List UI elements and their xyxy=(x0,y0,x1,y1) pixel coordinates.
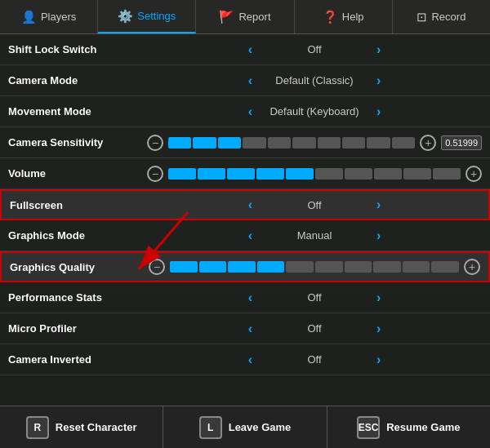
volume-minus-btn[interactable]: − xyxy=(147,166,163,182)
tab-help[interactable]: ❓Help xyxy=(295,0,393,33)
camera-inverted-left-arrow[interactable]: ‹ xyxy=(248,353,252,367)
tab-label-settings: Settings xyxy=(137,10,176,22)
setting-row-movement-mode: Movement Mode‹Default (Keyboard)› xyxy=(0,96,490,127)
record-icon: ⊡ xyxy=(416,10,427,24)
volume-seg-5 xyxy=(315,168,343,180)
camera-mode-value: Default (Classic) xyxy=(257,74,372,86)
setting-row-camera-sensitivity: Camera Sensitivity−+0.51999 xyxy=(0,127,490,158)
graphics-quality-minus-btn[interactable]: − xyxy=(149,259,165,275)
setting-row-shift-lock: Shift Lock Switch‹Off› xyxy=(0,34,490,65)
setting-control-shift-lock: ‹Off› xyxy=(147,42,482,57)
nav-tabs: 👤Players⚙️Settings🚩Report❓Help⊡Record xyxy=(0,0,490,34)
camera-sensitivity-seg-6 xyxy=(318,137,341,149)
setting-label-shift-lock: Shift Lock Switch xyxy=(8,43,147,55)
setting-label-camera-mode: Camera Mode xyxy=(8,74,147,86)
volume-seg-9 xyxy=(433,168,461,180)
shift-lock-left-arrow[interactable]: ‹ xyxy=(248,42,252,57)
camera-sensitivity-seg-7 xyxy=(342,137,365,149)
tab-report[interactable]: 🚩Report xyxy=(196,0,294,33)
volume-seg-1 xyxy=(198,168,225,180)
setting-control-performance-stats: ‹Off› xyxy=(147,291,482,305)
graphics-quality-seg-0 xyxy=(170,261,198,273)
setting-label-movement-mode: Movement Mode xyxy=(8,105,147,118)
graphics-mode-value: Manual xyxy=(257,229,372,242)
bottom-btn-label-resume: Resume Game xyxy=(386,421,460,433)
camera-inverted-right-arrow[interactable]: › xyxy=(376,353,381,367)
setting-control-micro-profiler: ‹Off› xyxy=(147,322,482,336)
setting-control-camera-inverted: ‹Off› xyxy=(147,353,482,367)
key-badge-resume: ESC xyxy=(357,416,380,439)
volume-seg-0 xyxy=(168,168,196,180)
fullscreen-left-arrow[interactable]: ‹ xyxy=(248,197,252,212)
movement-mode-right-arrow[interactable]: › xyxy=(376,104,381,119)
setting-control-volume: −+ xyxy=(147,166,482,182)
camera-sensitivity-seg-1 xyxy=(193,137,216,149)
bottom-btn-resume[interactable]: ESCResume Game xyxy=(327,406,490,448)
graphics-quality-seg-3 xyxy=(257,261,285,273)
setting-label-performance-stats: Performance Stats xyxy=(8,291,147,304)
setting-label-fullscreen: Fullscreen xyxy=(10,199,149,211)
settings-panel: 👤Players⚙️Settings🚩Report❓Help⊡Record Sh… xyxy=(0,0,490,448)
fullscreen-value: Off xyxy=(257,199,372,211)
settings-icon: ⚙️ xyxy=(118,9,133,24)
camera-mode-right-arrow[interactable]: › xyxy=(376,73,381,88)
setting-control-graphics-quality: −+ xyxy=(149,259,480,275)
bottom-btn-leave[interactable]: LLeave Game xyxy=(163,406,327,448)
camera-sensitivity-seg-8 xyxy=(367,137,390,149)
graphics-mode-right-arrow[interactable]: › xyxy=(376,228,381,243)
setting-label-micro-profiler: Micro Profiler xyxy=(8,322,147,335)
camera-sensitivity-slider-segments xyxy=(168,137,415,149)
graphics-quality-slider-segments xyxy=(170,261,459,273)
setting-row-fullscreen: Fullscreen‹Off› xyxy=(0,189,490,220)
setting-row-camera-mode: Camera Mode‹Default (Classic)› xyxy=(0,65,490,96)
setting-label-camera-sensitivity: Camera Sensitivity xyxy=(8,136,147,149)
tab-record[interactable]: ⊡Record xyxy=(393,0,490,33)
camera-sensitivity-seg-3 xyxy=(243,137,265,149)
setting-label-volume: Volume xyxy=(8,167,147,180)
movement-mode-left-arrow[interactable]: ‹ xyxy=(248,104,252,119)
graphics-quality-seg-4 xyxy=(286,261,314,273)
camera-inverted-value: Off xyxy=(257,353,372,366)
bottom-btn-reset[interactable]: RReset Character xyxy=(0,406,163,448)
graphics-quality-plus-btn[interactable]: + xyxy=(464,259,480,275)
setting-control-camera-sensitivity: −+0.51999 xyxy=(147,135,482,151)
graphics-quality-seg-6 xyxy=(345,261,372,273)
volume-seg-3 xyxy=(256,168,284,180)
volume-plus-btn[interactable]: + xyxy=(466,166,482,182)
graphics-quality-seg-8 xyxy=(403,261,430,273)
setting-row-micro-profiler: Micro Profiler‹Off› xyxy=(0,313,490,344)
setting-control-camera-mode: ‹Default (Classic)› xyxy=(147,73,482,88)
performance-stats-right-arrow[interactable]: › xyxy=(376,291,381,305)
volume-seg-6 xyxy=(345,168,372,180)
performance-stats-left-arrow[interactable]: ‹ xyxy=(248,291,252,305)
graphics-mode-left-arrow[interactable]: ‹ xyxy=(248,228,252,243)
tab-label-players: Players xyxy=(41,11,76,23)
setting-row-camera-inverted: Camera Inverted‹Off› xyxy=(0,344,490,375)
fullscreen-right-arrow[interactable]: › xyxy=(376,197,381,212)
camera-sensitivity-seg-9 xyxy=(392,137,415,149)
setting-row-graphics-mode: Graphics Mode‹Manual› xyxy=(0,220,490,251)
camera-sensitivity-minus-btn[interactable]: − xyxy=(147,135,163,151)
micro-profiler-left-arrow[interactable]: ‹ xyxy=(248,322,252,336)
micro-profiler-right-arrow[interactable]: › xyxy=(376,322,381,336)
setting-row-performance-stats: Performance Stats‹Off› xyxy=(0,282,490,313)
movement-mode-value: Default (Keyboard) xyxy=(257,105,372,118)
camera-sensitivity-seg-4 xyxy=(268,137,291,149)
shift-lock-value: Off xyxy=(257,43,372,55)
tab-players[interactable]: 👤Players xyxy=(0,0,98,33)
setting-control-graphics-mode: ‹Manual› xyxy=(147,228,482,243)
report-icon: 🚩 xyxy=(219,10,234,24)
tab-label-report: Report xyxy=(238,11,270,23)
camera-mode-left-arrow[interactable]: ‹ xyxy=(248,73,252,88)
tab-settings[interactable]: ⚙️Settings xyxy=(98,0,196,33)
camera-sensitivity-plus-btn[interactable]: + xyxy=(420,135,436,151)
players-icon: 👤 xyxy=(21,10,37,24)
performance-stats-value: Off xyxy=(257,291,372,304)
micro-profiler-value: Off xyxy=(257,322,372,335)
camera-sensitivity-seg-0 xyxy=(168,137,191,149)
shift-lock-right-arrow[interactable]: › xyxy=(376,42,381,57)
setting-label-graphics-quality: Graphics Quality xyxy=(10,261,149,273)
settings-content: Shift Lock Switch‹Off›Camera Mode‹Defaul… xyxy=(0,34,490,406)
volume-seg-2 xyxy=(227,168,255,180)
volume-seg-8 xyxy=(403,168,431,180)
